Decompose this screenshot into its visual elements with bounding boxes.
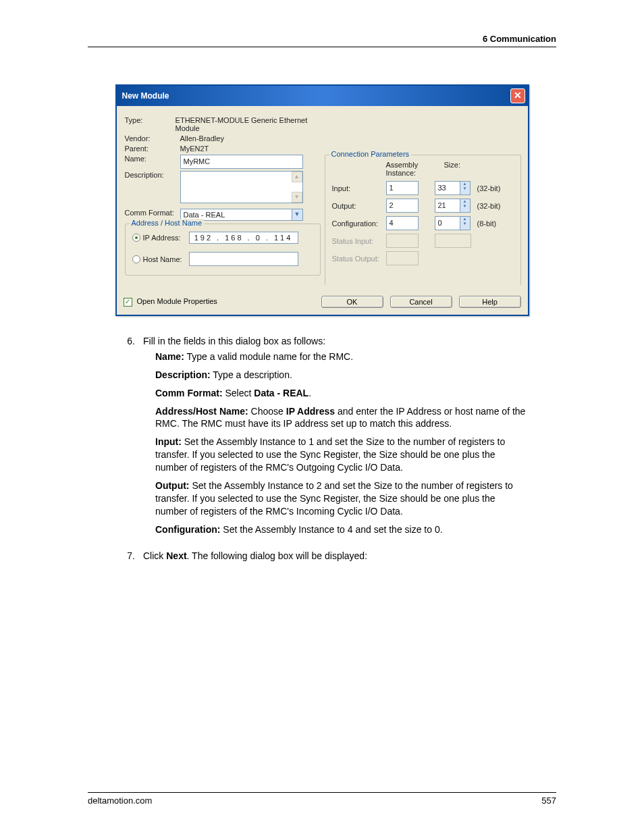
comm-pre: Select [223, 388, 254, 398]
page-header: 6 Communication [88, 34, 556, 47]
status-input-instance [386, 234, 419, 248]
step7-post: . The following dialog box will be displ… [187, 550, 367, 561]
config-text: Set the Assembly Instance to 4 and set t… [220, 524, 442, 535]
open-props-label: Open Module Properties [137, 297, 217, 305]
checkmark-icon: ✓ [124, 298, 132, 307]
type-value: ETHERNET-MODULE Generic Ethernet Module [176, 116, 321, 132]
addr-pre: Choose [248, 406, 286, 417]
name-label: Name: [125, 155, 180, 163]
config-size-spinner[interactable]: ▲▼ [460, 216, 471, 230]
input-text: Set the Assembly Instance to 1 and set t… [155, 436, 505, 473]
conn-params-legend: Connection Parameters [329, 150, 412, 158]
name-label: Name: [155, 351, 184, 362]
step7-pre: Click [143, 550, 166, 561]
step7-num: 7. [115, 550, 143, 563]
output-instance-input[interactable]: 2 [386, 199, 419, 213]
input-unit: (32-bit) [477, 184, 501, 192]
step7-body: Click Next. The following dialog box wil… [143, 550, 529, 563]
description-label: Description: [125, 171, 180, 179]
config-label: Configuration: [155, 524, 220, 535]
comm-format-label: Comm Format: [125, 209, 180, 217]
comm-label: Comm Format: [155, 388, 223, 398]
vendor-value: Allen-Bradley [180, 134, 224, 142]
name-text: Type a valid module name for the RMC. [184, 351, 353, 362]
close-icon: ✕ [514, 90, 522, 101]
output-size-spinner[interactable]: ▲▼ [460, 199, 471, 213]
config-instance-input[interactable]: 4 [386, 216, 419, 230]
output-size-input[interactable]: 21 [435, 199, 460, 213]
ip-address-radio[interactable] [132, 234, 140, 242]
output-unit: (32-bit) [477, 202, 501, 210]
chevron-down-icon: ▼ [292, 209, 302, 220]
dialog-title: New Module [122, 91, 169, 101]
ip-address-label: IP Address: [143, 234, 189, 242]
output-row-label: Output: [332, 202, 386, 210]
assembly-instance-header: Assembly Instance: [386, 161, 428, 177]
comm-value: Data - REAL [254, 388, 308, 398]
parent-label: Parent: [125, 145, 180, 153]
addr-label: Address/Host Name: [155, 406, 248, 417]
name-input[interactable]: MyRMC [180, 155, 303, 169]
output-label: Output: [155, 480, 190, 491]
footer-page: 557 [541, 796, 556, 806]
host-name-input[interactable] [189, 252, 298, 266]
host-name-label: Host Name: [143, 255, 189, 263]
description-input[interactable]: ▲ ▼ [180, 171, 303, 203]
input-size-spinner[interactable]: ▲▼ [460, 181, 471, 195]
step6-num: 6. [115, 335, 143, 348]
status-output-label: Status Output: [332, 255, 386, 263]
page-footer: deltamotion.com 557 [88, 792, 556, 806]
status-input-size [435, 234, 471, 248]
status-output-instance [386, 251, 419, 265]
desc-label: Description: [155, 369, 211, 380]
address-legend: Address / Host Name [130, 219, 205, 227]
ok-button[interactable]: OK [321, 296, 383, 308]
cancel-button[interactable]: Cancel [390, 296, 452, 308]
footer-site: deltamotion.com [88, 796, 152, 806]
desc-text: Type a description. [211, 369, 292, 380]
parent-value: MyEN2T [180, 145, 209, 153]
output-text: Set the Assembly Instance to 2 and set t… [155, 480, 513, 517]
config-row-label: Configuration: [332, 219, 386, 228]
dialog-titlebar: New Module ✕ [117, 86, 528, 106]
addr-value: IP Address [286, 406, 335, 417]
input-size-input[interactable]: 33 [435, 181, 460, 195]
type-label: Type: [125, 116, 176, 124]
input-instance-input[interactable]: 1 [386, 181, 419, 195]
address-groupbox: Address / Host Name IP Address: 192 . 16… [125, 224, 321, 276]
connection-params-group: Connection Parameters Assembly Instance:… [325, 155, 521, 285]
help-button[interactable]: Help [459, 296, 521, 308]
comm-post: . [308, 388, 311, 398]
input-row-label: Input: [332, 184, 386, 192]
new-module-dialog: New Module ✕ Type:ETHERNET-MODULE Generi… [115, 84, 529, 316]
size-header: Size: [444, 161, 460, 177]
open-module-properties-checkbox[interactable]: ✓ Open Module Properties [124, 297, 217, 307]
scroll-down-icon[interactable]: ▼ [292, 192, 302, 203]
step7-value: Next [166, 550, 186, 561]
vendor-label: Vendor: [125, 134, 180, 142]
config-unit: (8-bit) [477, 219, 497, 228]
step6-text: Fill in the fields in this dialog box as… [143, 335, 529, 348]
host-name-radio[interactable] [132, 255, 140, 263]
config-size-input[interactable]: 0 [435, 216, 460, 230]
input-label: Input: [155, 436, 182, 447]
ip-address-input[interactable]: 192 . 168 . 0 . 114 [189, 232, 298, 244]
scroll-up-icon[interactable]: ▲ [292, 172, 302, 182]
close-button[interactable]: ✕ [510, 88, 525, 103]
instructions-block: 6. Fill in the fields in this dialog box… [115, 335, 529, 562]
status-input-label: Status Input: [332, 237, 386, 245]
